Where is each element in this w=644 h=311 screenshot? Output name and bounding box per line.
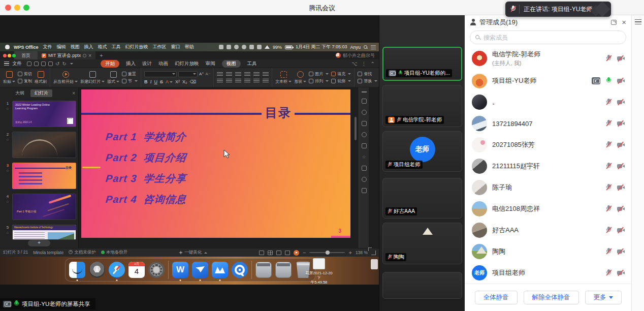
wifi-icon[interactable] (265, 45, 270, 49)
display-icon[interactable] (249, 45, 254, 49)
member-row[interactable]: 陶陶 (465, 241, 631, 262)
slide-thumbnail-2[interactable]: 2☆ (3, 132, 76, 158)
outline-tab[interactable]: 大纲 (11, 89, 28, 97)
camera-off-icon[interactable] (617, 163, 625, 170)
more-button[interactable]: 更多 (585, 291, 622, 304)
textbox-button[interactable]: 文本框 (275, 71, 292, 84)
panel-tool-icon[interactable] (362, 177, 367, 182)
more-actions-caret[interactable] (70, 63, 73, 65)
camera-off-icon[interactable] (617, 99, 625, 106)
collapse-ribbon-icon[interactable]: ⌃ (371, 61, 375, 67)
slide-thumbnail-4[interactable]: 4☆ Part 1 学校介绍 (3, 194, 76, 220)
menu-workspace[interactable]: 工作区 (153, 44, 167, 50)
menu-window[interactable]: 窗口 (171, 44, 180, 50)
cut-button[interactable]: 剪切 (18, 71, 32, 77)
video-tile-partial[interactable] (382, 272, 462, 299)
save-icon[interactable] (34, 61, 39, 66)
slide-thumbnail-5[interactable]: 5☆ Massachusetts Institute of Technology (3, 225, 76, 240)
panel-tool-icon[interactable] (362, 99, 367, 104)
minimized-window-icon[interactable] (275, 262, 292, 278)
mic-muted-icon[interactable] (606, 227, 611, 234)
member-row[interactable]: 电信2108周忠祥 (465, 198, 631, 220)
desktop-screenshot-file[interactable]: 截屏2021-12-20 下午5.49.58 (305, 258, 333, 285)
arrange-button[interactable]: 排列 (309, 78, 329, 84)
mute-all-button[interactable]: 全体静音 (475, 291, 518, 304)
decrease-font-icon[interactable]: A⁻ (206, 72, 211, 76)
member-row[interactable]: 13721894407 (465, 113, 631, 134)
doc-protect-status[interactable]: 文档未保护 (69, 250, 96, 256)
panel-tool-icon[interactable] (362, 132, 367, 137)
member-row[interactable]: 项目组-YU老师 (465, 70, 631, 91)
zoom-in-button[interactable]: + (348, 250, 351, 256)
panel-tool-icon[interactable] (362, 121, 367, 126)
mic-muted-icon[interactable] (606, 55, 611, 62)
menu-tools[interactable]: 工具 (112, 44, 121, 50)
camera-off-icon[interactable] (617, 205, 625, 212)
clear-format-button[interactable]: ⌫ (190, 79, 197, 84)
export-icon[interactable] (48, 61, 53, 66)
desktop-file-partial[interactable] (371, 259, 378, 269)
beautify-button[interactable]: 一键美化 (179, 250, 207, 256)
align-right-icon[interactable] (235, 79, 241, 83)
font-size-select[interactable] (178, 71, 198, 77)
tencent-meeting-icon[interactable] (212, 262, 228, 278)
ribbon-tab-tools[interactable]: 工具 (247, 60, 257, 67)
paragraph-settings-icon[interactable] (263, 79, 269, 83)
control-center-icon[interactable] (371, 45, 376, 49)
camera-off-icon[interactable] (617, 55, 625, 62)
template-name[interactable]: Minola template (33, 250, 63, 255)
panel-tool-icon[interactable] (362, 143, 367, 148)
system-preferences-icon[interactable] (148, 262, 165, 278)
video-tile-guo[interactable]: 电信学院-郭老师 (382, 85, 462, 127)
fit-slide-icon[interactable] (371, 251, 376, 255)
line-spacing-icon[interactable] (253, 72, 260, 77)
wps-zoom-light[interactable] (12, 54, 16, 57)
slide-canvas[interactable]: 目录 Part 1 学校简介 Part 2 项目介绍 Part 3 学生分享 P… (79, 87, 369, 248)
paste-button[interactable]: 粘贴 (3, 71, 15, 84)
video-tile-teacher[interactable]: 老师 项目组老师 (382, 131, 462, 172)
wps-office-icon[interactable]: W (172, 262, 188, 278)
tab-document[interactable]: P MIT 宣讲会.pptx × (38, 51, 95, 59)
minimized-window-icon[interactable] (255, 262, 272, 278)
mic-muted-icon[interactable] (606, 184, 611, 191)
member-row[interactable]: 陈子瑜 (465, 177, 631, 198)
collapse-strip-icon[interactable] (362, 91, 367, 92)
print-icon[interactable] (41, 61, 46, 66)
number-list-icon[interactable] (226, 72, 232, 77)
share-doc-icon[interactable]: ⌥ (351, 61, 358, 67)
spotlight-search-icon[interactable] (364, 45, 368, 49)
slide-thumbnail-3[interactable]: 3☆ 目录 (3, 163, 76, 189)
menu-slideshow[interactable]: 幻灯片放映 (125, 44, 148, 50)
tab-home[interactable]: 首页 (14, 51, 38, 59)
more-menu-icon[interactable]: ⋮ (362, 61, 367, 67)
camera-off-icon[interactable] (617, 77, 625, 84)
status-icon[interactable] (219, 45, 223, 49)
camera-off-icon[interactable] (617, 184, 625, 191)
slideshow-play-icon[interactable] (294, 250, 299, 256)
mic-on-icon[interactable] (606, 77, 611, 84)
menu-format[interactable]: 格式 (98, 44, 107, 50)
superscript-button[interactable]: X² (175, 79, 180, 84)
camera-off-icon[interactable] (617, 227, 625, 234)
open-icon[interactable] (27, 61, 31, 66)
location-icon[interactable] (234, 45, 239, 49)
current-slide[interactable]: 目录 Part 1 学校简介 Part 2 项目介绍 Part 3 学生分享 P… (81, 89, 350, 238)
outdent-icon[interactable] (235, 72, 241, 77)
close-panel-icon[interactable]: × (622, 18, 626, 26)
menu-help[interactable]: 帮助 (185, 44, 194, 50)
wps-close-light[interactable] (3, 54, 7, 57)
outline-button[interactable]: 轮廓 (331, 78, 351, 84)
video-tile-yu[interactable]: 项目组-YU老师的... (382, 47, 462, 81)
apple-menu-icon[interactable] (5, 45, 10, 49)
wps-minimize-light[interactable] (8, 54, 11, 57)
italic-button[interactable]: I (150, 79, 152, 84)
increase-font-icon[interactable]: A⁺ (199, 72, 204, 76)
camera-off-icon[interactable] (617, 120, 625, 127)
subscript-button[interactable]: X₂ (182, 79, 187, 84)
strikethrough-button[interactable]: S (160, 79, 163, 84)
star-tool-icon[interactable]: ☆ (362, 154, 366, 160)
camera-off-icon[interactable] (617, 141, 625, 148)
panel-tool-icon[interactable] (362, 110, 367, 115)
font-family-select[interactable] (144, 71, 177, 77)
quicktime-icon[interactable] (232, 262, 248, 278)
